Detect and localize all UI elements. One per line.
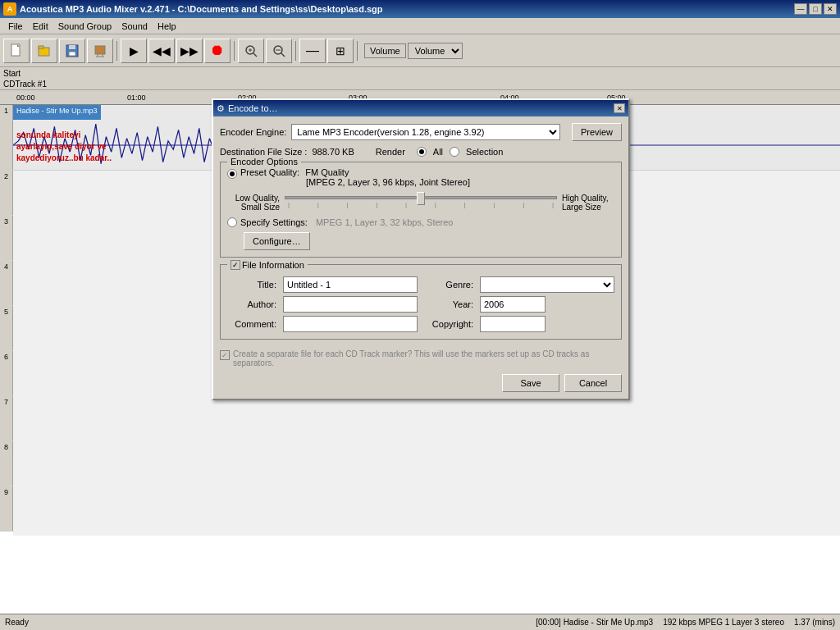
track-number-5: 5 — [0, 306, 13, 350]
volume-control: Volume Volume — [364, 43, 463, 59]
dialog-title-text: Encode to… — [228, 103, 278, 113]
genre-select[interactable] — [480, 276, 614, 293]
close-button[interactable]: ✕ — [824, 3, 837, 15]
track-header: Start CDTrack #1 — [0, 67, 840, 90]
quality-low-text: Low Quality,Small Size — [235, 194, 280, 212]
preview-button[interactable]: Preview — [572, 123, 622, 141]
save-button[interactable]: Save — [502, 374, 559, 392]
author-label: Author: — [227, 299, 276, 309]
render-selection-radio[interactable] — [450, 147, 459, 157]
open-button[interactable] — [31, 39, 57, 63]
dest-size-row: Destination File Size : 988.70 KB Render… — [220, 146, 622, 157]
comment-input[interactable] — [283, 316, 418, 332]
menu-help[interactable]: Help — [153, 20, 181, 33]
menu-sound-group[interactable]: Sound Group — [53, 20, 116, 33]
track-number-7: 7 — [0, 396, 13, 441]
preset-quality-option: Preset Quality: FM Quality [MPEG 2, Laye… — [227, 167, 614, 187]
maximize-button[interactable]: □ — [809, 3, 822, 15]
svg-line-12 — [253, 53, 257, 57]
dialog-title-left: ⚙ Encode to… — [217, 103, 278, 114]
zoom-in-button[interactable] — [238, 39, 264, 63]
specify-settings-option: Specify Settings: MPEG 1, Layer 3, 32 kb… — [227, 217, 614, 227]
menu-bar: File Edit Sound Group Sound Help — [0, 18, 840, 34]
track-number-3: 3 — [0, 216, 13, 260]
track-content-8[interactable] — [13, 441, 840, 491]
file-info-grid: Title: Genre: Author: Year: Comment: Cop… — [227, 276, 614, 332]
svg-rect-6 — [69, 52, 75, 56]
ruler-mark-1: 01:00 — [127, 94, 146, 102]
quality-slider-track: ||||| ||||| — [285, 196, 557, 210]
render-all-label: All — [433, 147, 443, 157]
title-text: Acoustica MP3 Audio Mixer v.2.471 - C:\D… — [20, 4, 383, 14]
new-button[interactable] — [3, 39, 30, 63]
menu-file[interactable]: File — [3, 20, 28, 33]
volume-dropdown[interactable]: Volume — [408, 43, 463, 59]
save-button[interactable] — [59, 39, 85, 63]
play-button[interactable]: ▶ — [121, 39, 147, 63]
track-header-text: Start CDTrack #1 — [3, 68, 47, 89]
dest-size-value: 988.70 KB — [312, 147, 354, 157]
track-name-label: CDTrack #1 — [3, 79, 47, 89]
encoder-select[interactable]: Lame MP3 Encoder(version 1.28, engine 3.… — [291, 124, 560, 140]
quality-slider-container: Low Quality,Small Size ||||| ||||| High … — [227, 194, 614, 212]
render-label: Render — [376, 147, 405, 157]
svg-line-16 — [281, 53, 285, 57]
quality-low-label: Low Quality,Small Size — [231, 194, 280, 212]
track-content-7[interactable] — [13, 396, 840, 445]
zoom-out-button[interactable] — [266, 39, 292, 63]
status-duration: 1.37 (mins) — [794, 618, 835, 627]
cd-track-checkbox[interactable]: ✓ — [220, 350, 230, 360]
author-input[interactable] — [283, 296, 418, 313]
rewind-button[interactable]: ◀◀ — [148, 39, 175, 63]
minimize-button[interactable]: — — [794, 3, 807, 15]
title-buttons: — □ ✕ — [794, 3, 837, 15]
status-bar: Ready [00:00] Hadise - Stir Me Up.mp3 19… — [0, 614, 840, 630]
file-info-title: ✓ File Information — [227, 259, 308, 270]
configure-button[interactable]: Configure… — [244, 232, 310, 250]
volume-label: Volume — [364, 43, 406, 58]
dialog-bottom-buttons: Save Cancel — [220, 371, 622, 392]
cd-track-row: ✓ Create a separate file for each CD Tra… — [220, 346, 622, 371]
toolbar-sep-3 — [295, 41, 296, 61]
encoder-options-title: Encoder Options — [227, 157, 301, 167]
track-start-label: Start — [3, 68, 47, 79]
copyright-input[interactable] — [480, 316, 546, 332]
menu-sound[interactable]: Sound — [116, 20, 153, 33]
track-number-9: 9 — [0, 486, 13, 531]
preset-value: FM Quality — [305, 167, 349, 177]
toolbar-sep-4 — [357, 41, 358, 61]
year-input[interactable] — [480, 296, 546, 313]
title-input[interactable] — [283, 276, 418, 293]
specify-settings-radio[interactable] — [227, 217, 237, 227]
preset-quality-radio[interactable] — [227, 169, 237, 179]
quality-high-label: High Quality,Large Size — [562, 194, 611, 212]
dest-size-label: Destination File Size : — [220, 147, 307, 157]
cancel-button[interactable]: Cancel — [564, 374, 622, 392]
record-instrument-button[interactable] — [87, 39, 113, 63]
slider-thumb[interactable] — [417, 192, 425, 205]
render-all-radio[interactable] — [417, 147, 427, 157]
mute-button[interactable]: — — [299, 39, 326, 63]
svg-rect-3 — [39, 46, 43, 48]
file-info-checkbox[interactable]: ✓ — [231, 260, 240, 270]
table-row: 9 — [0, 486, 840, 532]
grid-button[interactable]: ⊞ — [327, 39, 354, 63]
record-button[interactable]: ⏺ — [204, 39, 231, 63]
file-info-group: ✓ File Information Title: Genre: Author:… — [220, 264, 622, 340]
preset-label: Preset Quality: — [240, 167, 299, 177]
specify-label: Specify Settings: — [240, 217, 308, 227]
genre-label: Genre: — [424, 280, 473, 290]
track-number-4: 4 — [0, 261, 13, 305]
title-bar: A Acoustica MP3 Audio Mixer v.2.471 - C:… — [0, 0, 840, 18]
track-number-1: 1 — [0, 105, 13, 170]
fast-forward-button[interactable]: ▶▶ — [176, 39, 203, 63]
annotation-text: sonunda kaliteyiayarlayıp,save diyor vek… — [16, 130, 180, 164]
dialog-close-button[interactable]: ✕ — [614, 103, 625, 113]
status-timecode: [00:00] Hadise - Stir Me Up.mp3 — [536, 618, 653, 627]
slider-track — [285, 196, 557, 199]
track-number-6: 6 — [0, 351, 13, 395]
track-content-9[interactable] — [13, 486, 840, 536]
menu-edit[interactable]: Edit — [28, 20, 53, 33]
status-bitrate: 192 kbps MPEG 1 Layer 3 stereo — [663, 618, 784, 627]
track-label-1: Hadise - Stir Me Up.mp3 — [13, 105, 101, 120]
